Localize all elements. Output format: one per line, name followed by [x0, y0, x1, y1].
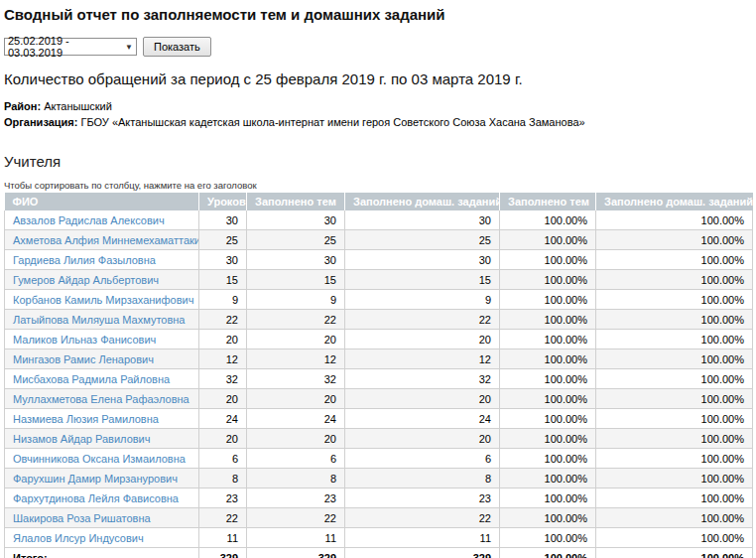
teacher-link[interactable]: Овчинникова Оксана Измаиловна — [13, 453, 186, 465]
teacher-link[interactable]: Мингазов Рамис Ленарович — [13, 353, 154, 365]
topics-filled-cell: 6 — [247, 449, 345, 469]
homework-filled-cell: 25 — [345, 230, 500, 250]
teacher-link[interactable]: Корбанов Камиль Мирзаханифович — [13, 294, 193, 306]
lessons-cell: 30 — [199, 210, 247, 230]
topics-filled-cell: 9 — [247, 290, 345, 310]
homework-pct-cell: 100.00% — [596, 210, 753, 230]
topics-filled-cell: 20 — [247, 389, 345, 409]
teacher-name-cell: Ялалов Илсур Индусович — [5, 528, 199, 548]
homework-filled-cell: 32 — [345, 369, 500, 389]
lessons-cell: 24 — [199, 409, 247, 429]
homework-filled-cell: 15 — [345, 270, 500, 290]
teacher-link[interactable]: Авзалов Радислав Алексович — [13, 214, 165, 226]
teacher-name-cell: Фархутдинова Лейля Фависовна — [5, 488, 199, 508]
homework-filled-cell: 6 — [345, 449, 500, 469]
table-row: Авзалов Радислав Алексович303030100.00%1… — [5, 210, 753, 230]
topics-pct-cell: 100.00% — [500, 469, 596, 488]
organization-value: ГБОУ «Актанышская кадетская школа-интерн… — [81, 116, 585, 128]
topics-pct-cell: 100.00% — [500, 409, 596, 429]
table-header-row: ФИО Уроков Заполнено тем Заполнено домаш… — [5, 193, 753, 210]
show-button[interactable]: Показать — [143, 37, 211, 57]
teacher-link[interactable]: Шакирова Роза Ришатовна — [13, 512, 151, 524]
sort-hint: Чтобы сортировать по столбцу, нажмите на… — [4, 180, 752, 191]
teachers-report-table: ФИО Уроков Заполнено тем Заполнено домаш… — [4, 193, 753, 558]
teacher-link[interactable]: Фарухшин Дамир Мирзанурович — [13, 473, 178, 485]
teacher-name-cell: Латыйпова Миляуша Махмутовна — [5, 310, 199, 330]
lessons-cell: 20 — [199, 389, 247, 409]
lessons-cell: 15 — [199, 270, 247, 290]
table-row: Овчинникова Оксана Измаиловна666100.00%1… — [5, 449, 753, 469]
topics-pct-cell: 100.00% — [500, 310, 596, 330]
table-row: Корбанов Камиль Мирзаханифович999100.00%… — [5, 290, 753, 310]
district-label: Район: — [4, 100, 41, 112]
topics-filled-cell: 8 — [247, 469, 345, 488]
organization-label: Организация: — [4, 116, 77, 128]
lessons-cell: 25 — [199, 230, 247, 250]
lessons-cell: 32 — [199, 369, 247, 389]
lessons-cell: 20 — [199, 330, 247, 349]
topics-pct-cell: 100.00% — [500, 330, 596, 349]
homework-pct-cell: 100.00% — [596, 528, 753, 548]
topics-pct-cell: 100.00% — [500, 429, 596, 449]
teacher-name-cell: Назмиева Люзия Рамиловна — [5, 409, 199, 429]
teacher-name-cell: Низамов Айдар Равилович — [5, 429, 199, 449]
homework-pct-cell: 100.00% — [596, 230, 753, 250]
homework-filled-cell: 12 — [345, 349, 500, 369]
topics-filled-cell: 12 — [247, 349, 345, 369]
lessons-cell: 12 — [199, 349, 247, 369]
table-row: Фарухшин Дамир Мирзанурович888100.00%100… — [5, 469, 753, 488]
homework-filled-cell: 9 — [345, 290, 500, 310]
homework-filled-cell: 20 — [345, 429, 500, 449]
period-select-value: 25.02.2019 - 03.03.2019 — [8, 35, 121, 59]
teacher-link[interactable]: Низамов Айдар Равилович — [13, 433, 150, 445]
chevron-down-icon: ▼ — [125, 43, 133, 52]
teacher-name-cell: Маликов Ильназ Фанисович — [5, 330, 199, 349]
topics-pct-cell: 100.00% — [500, 449, 596, 469]
period-select[interactable]: 25.02.2019 - 03.03.2019 ▼ — [4, 38, 137, 56]
table-row: Ялалов Илсур Индусович111111100.00%100.0… — [5, 528, 753, 548]
homework-pct-cell: 100.00% — [596, 330, 753, 349]
homework-pct-cell: 100.00% — [596, 508, 753, 528]
teacher-link[interactable]: Муллахметова Елена Рафаэловна — [13, 393, 189, 405]
column-header-lessons[interactable]: Уроков — [199, 193, 247, 210]
lessons-cell: 8 — [199, 469, 247, 488]
topics-filled-cell: 22 — [247, 508, 345, 528]
topics-filled-cell: 22 — [247, 310, 345, 330]
report-subtitle: Количество обращений за период с 25 февр… — [4, 70, 752, 87]
column-header-topics-filled[interactable]: Заполнено тем — [247, 193, 345, 210]
homework-filled-cell: 8 — [345, 469, 500, 488]
teacher-link[interactable]: Маликов Ильназ Фанисович — [13, 334, 156, 346]
teacher-link[interactable]: Гардиева Лилия Фазыловна — [13, 254, 156, 266]
teacher-name-cell: Корбанов Камиль Мирзаханифович — [5, 290, 199, 310]
table-total-row: Итого:329329329100.00%100.00% — [5, 548, 753, 558]
homework-filled-cell: 22 — [345, 310, 500, 330]
teacher-link[interactable]: Мисбахова Радмила Райловна — [13, 373, 170, 385]
teacher-name-cell: Ахметова Алфия Миннемехаматтакиевна — [5, 230, 199, 250]
teacher-link[interactable]: Латыйпова Миляуша Махмутовна — [13, 314, 186, 326]
teacher-link[interactable]: Фархутдинова Лейля Фависовна — [13, 492, 179, 504]
column-header-homework-filled[interactable]: Заполнено домаш. заданий — [345, 193, 500, 210]
district-line: Район: Актанышский — [4, 99, 752, 115]
teacher-link[interactable]: Ялалов Илсур Индусович — [13, 532, 144, 544]
teacher-name-cell: Мисбахова Радмила Райловна — [5, 369, 199, 389]
lessons-cell: 9 — [199, 290, 247, 310]
homework-pct-cell: 100.00% — [596, 349, 753, 369]
page-title: Сводный отчет по заполняемости тем и дом… — [4, 6, 752, 23]
column-header-fio[interactable]: ФИО — [5, 193, 199, 210]
teacher-link[interactable]: Гумеров Айдар Альбертович — [13, 274, 159, 286]
teacher-link[interactable]: Ахметова Алфия Миннемехаматтакиевна — [13, 234, 199, 246]
homework-filled-cell: 22 — [345, 508, 500, 528]
column-header-homework-pct[interactable]: Заполнено домаш. заданий — [596, 193, 753, 210]
total-homework-pct-cell: 100.00% — [596, 548, 753, 558]
teacher-name-cell: Гардиева Лилия Фазыловна — [5, 250, 199, 270]
topics-filled-cell: 15 — [247, 270, 345, 290]
topics-filled-cell: 20 — [247, 330, 345, 349]
teacher-link[interactable]: Назмиева Люзия Рамиловна — [13, 413, 159, 425]
topics-pct-cell: 100.00% — [500, 270, 596, 290]
column-header-topics-pct[interactable]: Заполнено тем — [500, 193, 596, 210]
table-row: Ахметова Алфия Миннемехаматтакиевна25252… — [5, 230, 753, 250]
topics-pct-cell: 100.00% — [500, 488, 596, 508]
teacher-name-cell: Овчинникова Оксана Измаиловна — [5, 449, 199, 469]
lessons-cell: 11 — [199, 528, 247, 548]
homework-pct-cell: 100.00% — [596, 369, 753, 389]
